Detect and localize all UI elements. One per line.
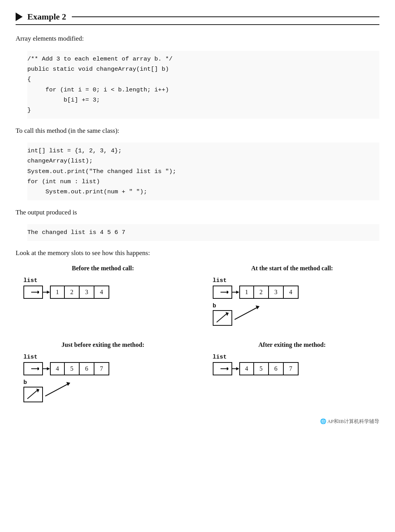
after-array-2: 6	[269, 362, 284, 375]
output-code: The changed list is 4 5 6 7	[27, 224, 379, 241]
header-line	[72, 16, 379, 17]
before-ref-box	[23, 286, 43, 299]
diagram-after: After exiting the method: list 4 5 6	[205, 341, 379, 402]
svg-marker-21	[227, 367, 228, 370]
watermark-icon: 🌐	[320, 418, 326, 424]
svg-marker-5	[227, 291, 228, 294]
after-ref-arrow-svg	[217, 365, 228, 373]
start-horiz-arrow	[232, 286, 239, 299]
array-box-2: 3	[80, 286, 94, 299]
jb-list-label: list	[23, 354, 37, 361]
jb-b-ref-box	[23, 387, 43, 402]
after-array-3: 7	[284, 362, 299, 375]
watermark-text: AP和IB计算机科学辅导	[327, 418, 379, 424]
jb-horiz-arrow	[43, 362, 50, 375]
section-4: Look at the memory slots to see how this…	[16, 248, 379, 258]
start-list-label: list	[213, 277, 227, 284]
after-horiz-arrow	[232, 362, 239, 375]
section4-text: Look at the memory slots to see how this…	[16, 248, 379, 258]
section-intro: Array elements modified:	[16, 34, 379, 44]
after-array-1: 5	[254, 362, 269, 375]
after-label: After exiting the method:	[205, 341, 379, 348]
example-title: Example 2	[27, 12, 66, 22]
after-ref-box	[213, 362, 232, 375]
start-list-row: 1 2 3 4	[213, 286, 299, 299]
after-list-row: 4 5 6 7	[213, 362, 299, 375]
svg-line-8	[217, 313, 227, 322]
jb-b-diag-svg	[25, 388, 41, 401]
before-list-label: list	[23, 277, 37, 284]
intro-text: Array elements modified:	[16, 34, 379, 44]
svg-line-16	[27, 390, 38, 399]
diagrams-row-2: Just before exiting the method: list 4 5	[16, 341, 379, 402]
jb-array-3: 7	[94, 362, 109, 375]
jb-array-0: 4	[50, 362, 65, 375]
start-b-label: b	[213, 303, 216, 309]
start-b-diag-svg	[215, 311, 230, 325]
svg-marker-1	[37, 291, 39, 294]
start-array: 1 2 3 4	[239, 286, 299, 299]
diagram-start: At the start of the method call: list 1 …	[205, 265, 379, 326]
svg-marker-7	[236, 291, 239, 294]
start-diagram: list 1 2 3 4	[213, 277, 379, 326]
jb-ref-box	[23, 362, 43, 375]
svg-marker-13	[37, 367, 39, 370]
arrow-icon	[16, 12, 23, 21]
diagrams-row-1: Before the method call: list 1 2	[16, 265, 379, 326]
just-before-label: Just before exiting the method:	[16, 341, 190, 348]
start-array-3: 4	[284, 286, 299, 299]
code-block-1: /** Add 3 to each element of array b. */…	[16, 51, 379, 119]
array-box-3: 4	[94, 286, 109, 299]
code-block-2: int[] list = {1, 2, 3, 4}; changeArray(l…	[16, 143, 379, 200]
after-array: 4 5 6 7	[239, 362, 299, 375]
start-ref-box	[213, 286, 232, 299]
array-box-0: 1	[50, 286, 65, 299]
jb-b-label: b	[23, 379, 27, 386]
before-array: 1 2 3 4	[50, 286, 109, 299]
example-header: Example 2	[16, 12, 379, 25]
jb-list-row: 4 5 6 7	[23, 362, 109, 375]
start-b-arrow-svg	[231, 304, 262, 323]
svg-marker-23	[236, 367, 239, 370]
start-b-ref-box	[213, 310, 232, 326]
section-3: The output produced is	[16, 207, 379, 218]
svg-marker-15	[47, 367, 50, 370]
before-diagram: list 1 2 3 4	[23, 277, 190, 301]
svg-line-18	[45, 384, 69, 396]
diagram-just-before: Just before exiting the method: list 4 5	[16, 341, 190, 402]
after-diagram: list 4 5 6 7	[213, 354, 379, 378]
before-horiz-arrow	[43, 286, 50, 299]
code-1: /** Add 3 to each element of array b. */…	[27, 51, 379, 119]
start-label: At the start of the method call:	[205, 265, 379, 272]
svg-marker-11	[256, 305, 260, 309]
before-label: Before the method call:	[16, 265, 190, 272]
watermark: 🌐 AP和IB计算机科学辅导	[16, 418, 379, 425]
start-array-0: 1	[239, 286, 254, 299]
start-array-2: 3	[269, 286, 284, 299]
start-ref-arrow-svg	[217, 288, 228, 296]
svg-marker-3	[47, 291, 50, 294]
start-array-1: 2	[254, 286, 269, 299]
output-section: The changed list is 4 5 6 7	[16, 224, 379, 241]
after-array-0: 4	[239, 362, 254, 375]
jb-array-1: 5	[65, 362, 80, 375]
svg-marker-19	[66, 382, 70, 386]
code-2: int[] list = {1, 2, 3, 4}; changeArray(l…	[27, 143, 379, 200]
jb-array-2: 6	[80, 362, 94, 375]
just-before-diagram: list 4 5 6 7	[23, 354, 190, 402]
jb-b-arrow-svg	[41, 380, 73, 400]
svg-line-10	[235, 307, 258, 320]
array-box-1: 2	[65, 286, 80, 299]
section2-text: To call this method (in the same class):	[16, 126, 379, 136]
section3-text: The output produced is	[16, 207, 379, 218]
before-mem-row: 1 2 3 4	[23, 286, 109, 299]
section-2: To call this method (in the same class):	[16, 126, 379, 136]
jb-ref-arrow-svg	[27, 365, 39, 373]
after-list-label: list	[213, 354, 227, 361]
jb-array: 4 5 6 7	[50, 362, 109, 375]
before-ref-arrow-svg	[27, 288, 39, 296]
diagram-before: Before the method call: list 1 2	[16, 265, 190, 326]
